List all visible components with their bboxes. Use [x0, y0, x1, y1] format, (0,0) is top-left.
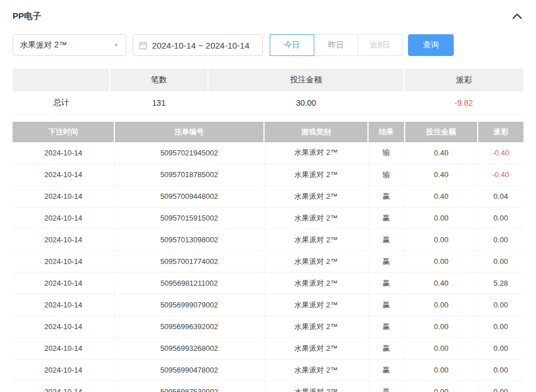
table-row: 2024-10-1450956981211002水果派对 2™赢0.405.28	[13, 273, 523, 294]
cell-game-type: 水果派对 2™	[264, 316, 368, 338]
col-header-bet-amount: 投注金额	[405, 122, 478, 142]
cell-order-id: 50957021945002	[114, 142, 264, 164]
cell-bet-time: 2024-10-14	[13, 338, 114, 359]
cell-game-type: 水果派对 2™	[264, 164, 368, 186]
cell-order-id: 50957009448002	[114, 186, 264, 207]
game-select-value: 水果派对 2™	[20, 40, 67, 50]
cell-payout: -0.40	[478, 164, 523, 186]
cell-order-id: 50956987530002	[114, 381, 264, 392]
summary-header-row: 笔数 投注金额 派彩	[13, 69, 523, 91]
col-header-payout: 派彩	[478, 122, 523, 142]
col-header-order-id: 注单编号	[114, 122, 264, 142]
cell-result: 赢	[368, 316, 405, 338]
cell-bet-time: 2024-10-14	[13, 294, 114, 316]
cell-payout: 0.00	[478, 381, 523, 392]
summary-table: 笔数 投注金额 派彩 总计 131 30.00 -9.82	[13, 69, 523, 115]
cell-result: 赢	[368, 338, 405, 359]
cell-result: 赢	[368, 186, 405, 207]
cell-bet-amount: 0.40	[405, 142, 478, 164]
cell-game-type: 水果派对 2™	[264, 273, 368, 294]
table-row: 2024-10-1450957018785002水果派对 2™输0.40-0.4…	[13, 164, 523, 186]
cell-bet-time: 2024-10-14	[13, 381, 114, 392]
cell-payout: -0.40	[478, 142, 523, 164]
cell-bet-amount: 0.40	[405, 273, 478, 294]
cell-bet-amount: 0.00	[405, 207, 478, 229]
cell-bet-amount: 0.00	[405, 316, 478, 338]
cell-result: 赢	[368, 381, 405, 392]
pp-electronic-panel: PP电子 水果派对 2™ ▼ 2024-10-14 ~ 2024-10-14	[0, 0, 536, 392]
chevron-down-icon: ▼	[114, 42, 119, 48]
records-table: 下注时间 注单编号 游戏类别 结果 投注金额 派彩 2024-10-145095…	[13, 122, 523, 392]
summary-total-label: 总计	[13, 91, 110, 114]
table-row: 2024-10-1450957013098002水果派对 2™赢0.000.00	[13, 229, 523, 251]
cell-bet-time: 2024-10-14	[13, 251, 114, 273]
cell-order-id: 50957018785002	[114, 164, 264, 186]
cell-game-type: 水果派对 2™	[264, 359, 368, 381]
cell-result: 赢	[368, 251, 405, 273]
cell-game-type: 水果派对 2™	[264, 294, 368, 316]
cell-order-id: 50956990478002	[114, 359, 264, 381]
cell-bet-amount: 0.40	[405, 164, 478, 186]
collapse-chevron-up-icon[interactable]	[511, 11, 523, 21]
cell-bet-amount: 0.00	[405, 251, 478, 273]
col-header-result: 结果	[368, 122, 405, 142]
cell-game-type: 水果派对 2™	[264, 207, 368, 229]
cell-payout: 0.00	[478, 294, 523, 316]
cell-bet-amount: 0.00	[405, 338, 478, 359]
cell-order-id: 50956999079002	[114, 294, 264, 316]
game-select[interactable]: 水果派对 2™ ▼	[13, 34, 126, 56]
cell-bet-time: 2024-10-14	[13, 207, 114, 229]
records-header-row: 下注时间 注单编号 游戏类别 结果 投注金额 派彩	[13, 122, 523, 142]
table-row: 2024-10-1450956993268002水果派对 2™赢0.000.00	[13, 338, 523, 359]
cell-result: 输	[368, 164, 405, 186]
search-button[interactable]: 查询	[408, 34, 454, 56]
cell-payout: 0.00	[478, 359, 523, 381]
cell-result: 赢	[368, 229, 405, 251]
cell-bet-amount: 0.00	[405, 294, 478, 316]
cell-bet-time: 2024-10-14	[13, 186, 114, 207]
quick-button-yesterday[interactable]: 昨日	[314, 34, 358, 56]
cell-order-id: 50957013098002	[114, 229, 264, 251]
cell-bet-amount: 0.00	[405, 381, 478, 392]
cell-game-type: 水果派对 2™	[264, 186, 368, 207]
table-row: 2024-10-1450957009448002水果派对 2™赢0.400.04	[13, 186, 523, 207]
summary-bet-amount-value: 30.00	[208, 91, 404, 114]
cell-result: 输	[368, 142, 405, 164]
table-row: 2024-10-1450956987530002水果派对 2™赢0.000.00	[13, 381, 523, 392]
calendar-icon	[139, 41, 147, 50]
cell-game-type: 水果派对 2™	[264, 338, 368, 359]
quick-range-button-group: 今日 昨日 近8日	[270, 34, 402, 56]
cell-payout: 0.00	[478, 338, 523, 359]
table-row: 2024-10-1450957021945002水果派对 2™输0.40-0.4…	[13, 142, 523, 164]
cell-game-type: 水果派对 2™	[264, 251, 368, 273]
cell-payout: 0.00	[478, 316, 523, 338]
cell-result: 赢	[368, 359, 405, 381]
cell-bet-time: 2024-10-14	[13, 273, 114, 294]
cell-order-id: 50956993268002	[114, 338, 264, 359]
date-range-value: 2024-10-14 ~ 2024-10-14	[152, 41, 250, 50]
cell-bet-amount: 0.00	[405, 359, 478, 381]
panel-title: PP电子	[13, 11, 41, 22]
quick-button-last-8-days[interactable]: 近8日	[358, 34, 402, 56]
table-row: 2024-10-1450957015915002水果派对 2™赢0.000.00	[13, 207, 523, 229]
cell-game-type: 水果派对 2™	[264, 381, 368, 392]
panel-header: PP电子	[13, 8, 523, 24]
cell-payout: 0.00	[478, 229, 523, 251]
cell-game-type: 水果派对 2™	[264, 229, 368, 251]
table-row: 2024-10-1450956996392002水果派对 2™赢0.000.00	[13, 316, 523, 338]
cell-bet-time: 2024-10-14	[13, 359, 114, 381]
table-row: 2024-10-1450956999079002水果派对 2™赢0.000.00	[13, 294, 523, 316]
cell-bet-time: 2024-10-14	[13, 316, 114, 338]
quick-button-today[interactable]: 今日	[270, 34, 314, 56]
cell-bet-time: 2024-10-14	[13, 142, 114, 164]
col-header-game-type: 游戏类别	[264, 122, 368, 142]
cell-payout: 0.00	[478, 251, 523, 273]
cell-payout: 5.28	[478, 273, 523, 294]
cell-order-id: 50957001774002	[114, 251, 264, 273]
cell-result: 赢	[368, 207, 405, 229]
date-range-input[interactable]: 2024-10-14 ~ 2024-10-14	[133, 34, 263, 56]
cell-payout: 0.00	[478, 207, 523, 229]
filter-row: 水果派对 2™ ▼ 2024-10-14 ~ 2024-10-14 今日 昨日 …	[13, 34, 523, 56]
cell-order-id: 50956981211002	[114, 273, 264, 294]
cell-result: 赢	[368, 294, 405, 316]
